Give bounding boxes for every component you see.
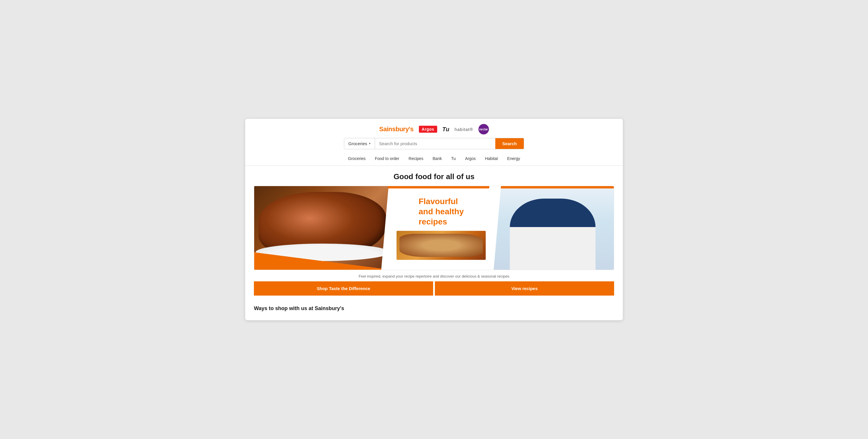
main-nav: Groceries Food to order Recipes Bank Tu … — [245, 153, 623, 166]
browser-window: Sainsbury's Argos Tu habitat® nectar Gro… — [245, 119, 623, 320]
nav-item-bank[interactable]: Bank — [433, 156, 442, 161]
hero-headline: Flavourful and healthy recipes — [418, 196, 464, 227]
search-input[interactable] — [375, 138, 495, 149]
accent-bar-right — [492, 186, 614, 189]
nav-item-argos[interactable]: Argos — [465, 156, 476, 161]
headline-line1: Flavourful — [418, 196, 464, 206]
nav-item-recipes[interactable]: Recipes — [409, 156, 424, 161]
tu-logo[interactable]: Tu — [442, 126, 450, 133]
plate-decoration — [256, 244, 389, 261]
food-photo — [254, 186, 391, 270]
search-bar: Groceries ▾ Search — [245, 138, 623, 153]
headline-line2: and healthy — [418, 206, 464, 216]
cta-buttons: Shop Taste the Difference View recipes — [254, 281, 614, 296]
nectar-logo[interactable]: nectar — [478, 124, 489, 134]
argos-logo[interactable]: Argos — [419, 126, 437, 133]
hero-subtext: Feel inspired, expand your recipe repert… — [245, 270, 623, 281]
search-button[interactable]: Search — [495, 138, 524, 149]
nav-item-tu[interactable]: Tu — [451, 156, 456, 161]
page-title: Good food for all of us — [245, 166, 623, 186]
nav-item-food-to-order[interactable]: Food to order — [375, 156, 399, 161]
dropdown-label: Groceries — [348, 141, 367, 146]
accent-bar-top — [388, 186, 494, 189]
nav-item-energy[interactable]: Energy — [507, 156, 520, 161]
search-dropdown[interactable]: Groceries ▾ — [344, 138, 375, 149]
hero-banner: Flavourful and healthy recipes — [254, 186, 614, 270]
hero-cooking-image — [492, 186, 614, 270]
shop-taste-difference-button[interactable]: Shop Taste the Difference — [254, 281, 433, 296]
habitat-logo[interactable]: habitat® — [455, 127, 473, 132]
search-container: Groceries ▾ Search — [344, 138, 524, 149]
nav-item-habitat[interactable]: Habitat — [485, 156, 498, 161]
headline-line3: recipes — [418, 216, 464, 227]
hero-food-image — [254, 186, 391, 270]
sainsburys-logo[interactable]: Sainsbury's — [379, 126, 413, 133]
view-recipes-button[interactable]: View recipes — [435, 281, 614, 296]
nav-item-groceries[interactable]: Groceries — [348, 156, 366, 161]
ways-to-shop-title: Ways to shop with us at Sainsbury's — [254, 305, 614, 311]
chevron-down-icon: ▾ — [369, 142, 371, 145]
person-illustration — [510, 199, 595, 270]
hero-center-panel: Flavourful and healthy recipes — [391, 186, 492, 270]
hero-small-food-image — [397, 231, 486, 260]
brand-bar: Sainsbury's Argos Tu habitat® nectar — [245, 119, 623, 138]
ways-to-shop-section: Ways to shop with us at Sainsbury's — [245, 303, 623, 311]
